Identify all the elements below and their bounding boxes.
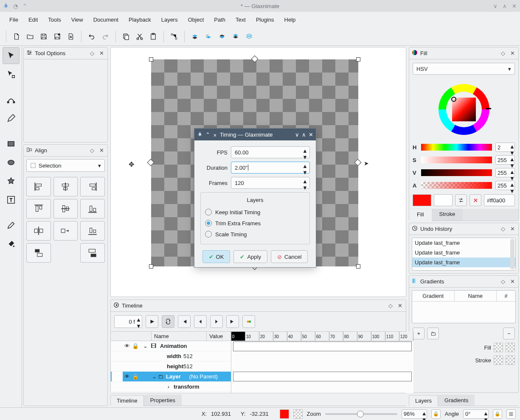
edit-node-tool[interactable] — [3, 66, 20, 83]
primary-color-swatch[interactable] — [413, 194, 431, 206]
record-button[interactable] — [242, 315, 255, 328]
align-vcenter-button[interactable] — [53, 199, 78, 218]
selection-handle[interactable] — [356, 264, 360, 269]
tab-fill[interactable]: Fill — [409, 209, 432, 221]
timeline-track-layer[interactable] — [233, 372, 412, 381]
pencil-tool[interactable] — [3, 110, 20, 127]
paste-icon[interactable] — [147, 31, 159, 42]
maximize-icon[interactable]: ∧ — [501, 3, 508, 9]
new-file-icon[interactable] — [11, 31, 22, 42]
alpha-slider[interactable] — [421, 182, 492, 189]
menu-view[interactable]: View — [66, 14, 88, 25]
undo-item[interactable]: Update last_frame — [412, 248, 515, 258]
close-icon[interactable]: ✕ — [98, 50, 105, 57]
align-out-bottom-button[interactable] — [80, 243, 105, 263]
menu-path[interactable]: Path — [209, 14, 230, 25]
remove-gradient-button[interactable]: − — [503, 328, 515, 339]
menu-file[interactable]: File — [4, 14, 23, 25]
h-input[interactable]: 2▲▼ — [495, 143, 515, 152]
dialog-close-icon[interactable]: ✕ — [309, 132, 313, 138]
timeline-row-layer[interactable]: 👁 🔒 ⌄ 🗀 Layer (No Parent) — [111, 372, 231, 382]
canvas-viewport[interactable]: ✥ ➤ ⌃ ⌅ Timing — Glaxnimate ∨ ∧ ✕ — [110, 47, 406, 297]
align-top-button[interactable] — [26, 199, 51, 218]
selection-handle[interactable] — [356, 57, 360, 62]
float-icon[interactable]: ◇ — [500, 226, 506, 232]
first-frame-button[interactable] — [178, 315, 191, 328]
text-tool[interactable]: T — [3, 191, 20, 208]
save-as-icon[interactable] — [51, 31, 63, 42]
timeline-track-animation[interactable] — [233, 342, 412, 351]
menu-plugins[interactable]: Plugins — [251, 14, 279, 25]
current-fill-swatch[interactable] — [280, 409, 289, 419]
align-out-right-button[interactable] — [80, 221, 105, 241]
menu-layers[interactable]: Layers — [156, 14, 183, 25]
align-out-left-button[interactable] — [26, 221, 51, 241]
timeline-ruler[interactable]: 0 1020 3040 5060 7080 90100 110120 — [231, 332, 413, 341]
export-icon[interactable] — [65, 31, 77, 42]
loop-button[interactable] — [162, 315, 174, 328]
raise-top-icon[interactable] — [189, 31, 201, 42]
shade-icon[interactable]: ⌃ — [21, 3, 28, 9]
expand-icon[interactable]: › — [112, 384, 169, 390]
selection-handle[interactable] — [149, 57, 153, 62]
play-button[interactable] — [146, 315, 158, 328]
bucket-tool[interactable] — [3, 235, 20, 252]
align-right-button[interactable] — [80, 177, 105, 196]
menu-playback[interactable]: Playback — [124, 14, 156, 25]
ellipse-tool[interactable] — [3, 154, 20, 171]
lower-icon[interactable] — [216, 31, 228, 42]
open-folder-icon[interactable] — [24, 31, 36, 42]
add-gradient-button[interactable]: ＋ — [413, 328, 424, 339]
collapse-all-icon[interactable]: ⌅ — [213, 132, 217, 138]
hue-slider[interactable] — [421, 144, 492, 151]
star-tool[interactable] — [3, 173, 20, 190]
align-relative-select[interactable]: Selection ▾ — [26, 159, 105, 172]
color-mode-select[interactable]: HSV▾ — [413, 63, 515, 75]
gradient-fill-radial[interactable] — [506, 343, 515, 352]
lower-bottom-icon[interactable] — [230, 31, 242, 42]
menu-tools[interactable]: Tools — [43, 14, 66, 25]
close-icon[interactable]: ✕ — [511, 3, 517, 9]
timeline-row-transform[interactable]: › transform — [111, 382, 231, 392]
zoom-slider[interactable] — [325, 413, 397, 415]
current-frame-input[interactable]: 0 f▲▼ — [114, 315, 142, 328]
raise-icon[interactable] — [202, 31, 214, 42]
minimize-icon[interactable]: ∨ — [492, 3, 499, 9]
selection-handle[interactable] — [149, 264, 153, 269]
redo-icon[interactable] — [99, 31, 111, 42]
s-input[interactable]: 255▲▼ — [495, 155, 515, 165]
float-icon[interactable]: ◇ — [500, 278, 506, 285]
secondary-color-swatch[interactable] — [434, 194, 453, 206]
apply-button[interactable]: ✔Apply — [233, 250, 267, 263]
tab-timeline[interactable]: Timeline — [110, 395, 144, 406]
align-bottom-button[interactable] — [80, 199, 105, 218]
gradient-library-button[interactable]: 🗀 — [427, 328, 439, 339]
align-left-button[interactable] — [26, 177, 51, 196]
duration-input[interactable]: 2.00"▲▼ — [231, 162, 310, 174]
tab-properties[interactable]: Properties — [144, 395, 182, 406]
fps-input[interactable]: 60.00▲▼ — [231, 146, 310, 158]
angle-input[interactable]: 0°▲▼ — [463, 409, 489, 419]
gradient-stroke-radial[interactable] — [506, 356, 515, 365]
flip-button[interactable] — [506, 409, 516, 419]
next-frame-button[interactable] — [210, 315, 223, 328]
gradient-stroke-linear[interactable] — [494, 356, 503, 365]
radio-keep-initial[interactable]: Keep Initial Timing — [205, 207, 305, 218]
angle-lock-button[interactable]: 🔒 — [493, 409, 502, 419]
cancel-button[interactable]: ⊘Cancel — [271, 250, 308, 263]
gradients-table[interactable]: Gradient Name # — [412, 290, 516, 323]
float-icon[interactable]: ◇ — [89, 147, 96, 154]
gradient-fill-linear[interactable] — [494, 343, 503, 352]
close-icon[interactable]: ✕ — [98, 147, 105, 154]
select-tool[interactable] — [3, 47, 20, 64]
timeline-row-animation[interactable]: 👁 🔒 ⌄ 🎞 Animation — [111, 341, 231, 351]
close-icon[interactable]: ✕ — [509, 50, 516, 57]
lock-icon[interactable]: 🔒 — [131, 343, 140, 349]
close-icon[interactable]: ✕ — [396, 302, 403, 309]
radio-trim-extra[interactable]: Trim Extra Frames — [205, 218, 305, 229]
hex-input[interactable]: #ff0a00 — [484, 194, 515, 206]
align-hcenter-button[interactable] — [53, 177, 78, 196]
align-out-top-button[interactable] — [26, 243, 51, 263]
menu-text[interactable]: Text — [230, 14, 251, 25]
float-icon[interactable]: ◇ — [387, 302, 394, 309]
